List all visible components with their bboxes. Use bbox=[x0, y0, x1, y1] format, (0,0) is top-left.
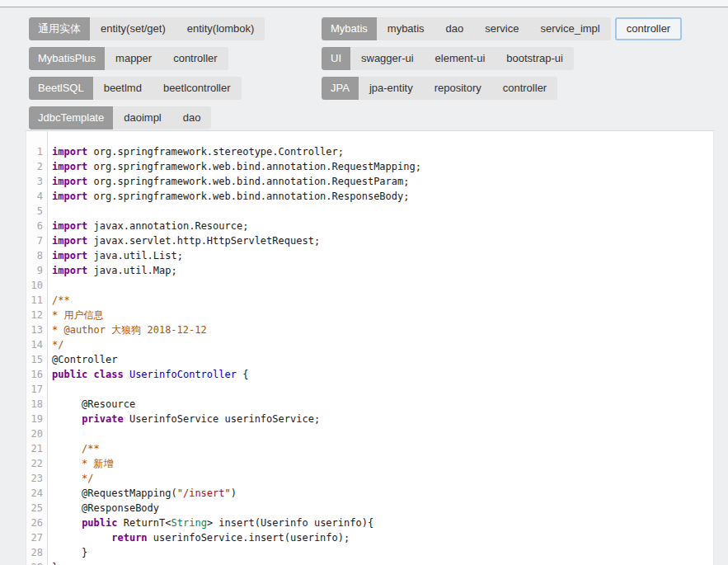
code-token bbox=[52, 413, 82, 425]
template-button[interactable]: mybatis bbox=[377, 17, 435, 40]
template-button[interactable]: service_impl bbox=[529, 17, 610, 40]
code-token: import bbox=[52, 235, 87, 247]
template-button[interactable]: element-ui bbox=[425, 47, 496, 70]
template-group-Mybatis: Mybatismybatisdaoserviceservice_impl bbox=[322, 17, 611, 40]
line-number: 7 bbox=[26, 233, 47, 248]
group-label: BeetlSQL bbox=[29, 77, 93, 100]
line-number: 21 bbox=[26, 441, 47, 456]
code-line: import java.util.List; bbox=[52, 248, 713, 263]
line-number: 5 bbox=[26, 204, 47, 219]
code-lines: import org.springframework.stereotype.Co… bbox=[48, 131, 713, 565]
code-token: "/insert" bbox=[177, 487, 231, 499]
line-number: 16 bbox=[26, 367, 47, 382]
code-line bbox=[52, 382, 713, 397]
code-token: * 用户信息 bbox=[52, 309, 103, 321]
code-line: public class UserinfoController { bbox=[52, 367, 713, 382]
right-row-2: JPAjpa-entityrepositorycontroller bbox=[322, 77, 682, 100]
code-line: private UserinfoService userinfoService; bbox=[52, 412, 713, 426]
code-token: javax.annotation.Resource; bbox=[87, 220, 248, 232]
group-label: UI bbox=[322, 47, 350, 70]
line-number: 14 bbox=[26, 337, 47, 352]
line-number: 15 bbox=[26, 352, 47, 367]
left-row-0: 通用实体entity(set/get)entity(lombok) bbox=[29, 17, 265, 40]
line-number: 11 bbox=[26, 293, 47, 308]
template-group-UI: UIswagger-uielement-uibootstrap-ui bbox=[322, 47, 574, 70]
toolbar-left-column: 通用实体entity(set/get)entity(lombok)Mybatis… bbox=[29, 17, 265, 129]
code-token: import bbox=[52, 176, 87, 187]
template-button[interactable]: beetlmd bbox=[93, 77, 153, 100]
top-strip bbox=[0, 0, 728, 7]
line-number: 6 bbox=[26, 219, 47, 233]
template-button[interactable]: entity(set/get) bbox=[90, 17, 176, 40]
code-token: /** bbox=[52, 294, 70, 306]
left-row-2: BeetlSQLbeetlmdbeetlcontroller bbox=[29, 77, 265, 100]
line-number: 24 bbox=[26, 486, 47, 501]
right-row-0: Mybatismybatisdaoserviceservice_implcont… bbox=[322, 17, 682, 40]
template-button[interactable]: jpa-entity bbox=[359, 77, 424, 100]
template-group-通用实体: 通用实体entity(set/get)entity(lombok) bbox=[29, 17, 265, 40]
code-line: @Resource bbox=[52, 397, 713, 412]
code-line: import org.springframework.web.bind.anno… bbox=[52, 189, 713, 204]
template-button[interactable]: repository bbox=[424, 77, 492, 100]
code-line: } bbox=[52, 545, 713, 560]
line-number: 27 bbox=[26, 530, 47, 545]
code-line: public ReturnT<String> insert(Userinfo u… bbox=[52, 516, 713, 530]
line-number: 12 bbox=[26, 308, 47, 323]
code-line: } bbox=[52, 560, 713, 565]
template-group-BeetlSQL: BeetlSQLbeetlmdbeetlcontroller bbox=[29, 77, 242, 100]
line-numbers: 1234567891011121314151617181920212223242… bbox=[26, 131, 47, 565]
code-token: public bbox=[82, 517, 117, 529]
template-button[interactable]: beetlcontroller bbox=[153, 77, 242, 100]
code-line: /** bbox=[52, 293, 713, 308]
code-token: @RequestMapping( bbox=[52, 487, 177, 499]
code-token: @Controller bbox=[52, 354, 117, 365]
template-button[interactable]: bootstrap-ui bbox=[496, 47, 574, 70]
line-number: 20 bbox=[26, 426, 47, 441]
code-line: * 新增 bbox=[52, 456, 713, 471]
code-line bbox=[52, 204, 713, 219]
code-token: { bbox=[237, 369, 248, 380]
line-number: 23 bbox=[26, 471, 47, 486]
template-button[interactable]: dao bbox=[435, 17, 475, 40]
code-token: org.springframework.web.bind.annotation.… bbox=[87, 161, 421, 172]
template-button[interactable]: service bbox=[474, 17, 529, 40]
code-token: ) bbox=[231, 487, 237, 499]
template-button[interactable]: swagger-ui bbox=[350, 47, 425, 70]
code-token: java.util.List; bbox=[87, 250, 183, 261]
code-token: } bbox=[52, 547, 87, 558]
line-number: 26 bbox=[26, 516, 47, 530]
template-button[interactable]: controller bbox=[162, 47, 228, 70]
code-line: return userinfoService.insert(userinfo); bbox=[52, 530, 713, 545]
line-number: 25 bbox=[26, 501, 47, 516]
template-button[interactable]: controller bbox=[492, 77, 557, 100]
line-number: 9 bbox=[26, 263, 47, 278]
code-line: /** bbox=[52, 441, 713, 456]
code-token: */ bbox=[52, 473, 94, 484]
code-line: * @author 大狼狗 2018-12-12 bbox=[52, 323, 713, 337]
template-button-active[interactable]: controller bbox=[615, 17, 682, 40]
code-line: * 用户信息 bbox=[52, 308, 713, 323]
template-group-MybatisPlus: MybatisPlusmappercontroller bbox=[29, 47, 228, 70]
right-row-1: UIswagger-uielement-uibootstrap-ui bbox=[322, 47, 682, 70]
code-token: import bbox=[52, 265, 87, 276]
code-token: @ResponseBody bbox=[52, 502, 159, 514]
template-toolbar: 通用实体entity(set/get)entity(lombok)Mybatis… bbox=[0, 7, 728, 129]
code-editor-panel: 1234567891011121314151617181920212223242… bbox=[26, 130, 714, 565]
template-button[interactable]: dao bbox=[172, 106, 212, 129]
group-label: JPA bbox=[322, 77, 359, 100]
code-line: import javax.servlet.http.HttpServletReq… bbox=[52, 233, 713, 248]
line-number-gutter: 1234567891011121314151617181920212223242… bbox=[26, 131, 48, 565]
template-button[interactable]: mapper bbox=[105, 47, 162, 70]
line-number: 18 bbox=[26, 397, 47, 412]
template-button[interactable]: entity(lombok) bbox=[176, 17, 265, 40]
line-number: 2 bbox=[26, 159, 47, 174]
code-token: * 新增 bbox=[52, 458, 114, 469]
left-row-3: JdbcTemplatedaoimpldao bbox=[29, 106, 265, 129]
line-number: 4 bbox=[26, 189, 47, 204]
template-button[interactable]: daoimpl bbox=[113, 106, 172, 129]
code-token: org.springframework.web.bind.annotation.… bbox=[87, 176, 409, 187]
code-token: userinfoService.insert(userinfo); bbox=[148, 532, 350, 544]
line-number: 8 bbox=[26, 248, 47, 263]
code-token: import bbox=[52, 220, 87, 232]
code-line: @RequestMapping("/insert") bbox=[52, 486, 713, 501]
